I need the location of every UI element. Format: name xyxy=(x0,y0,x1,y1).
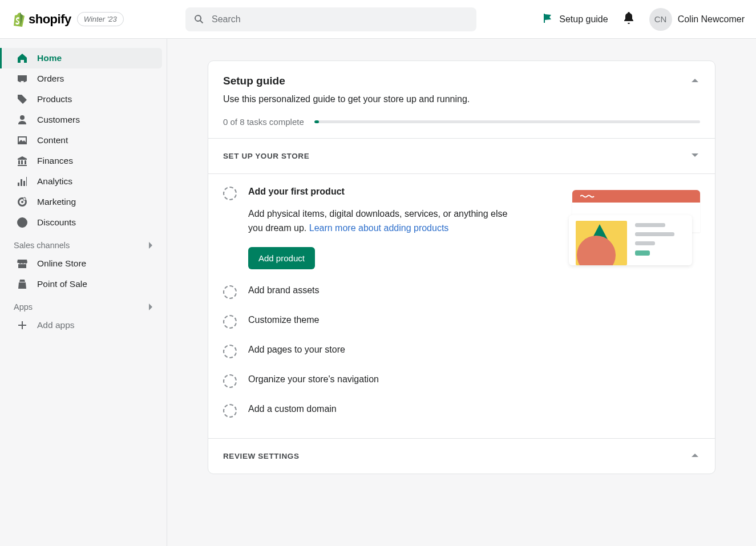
sidebar-item-pos[interactable]: Point of Sale xyxy=(0,274,162,294)
sidebar-section-apps[interactable]: Apps xyxy=(0,294,167,315)
search-placeholder: Search xyxy=(212,14,241,25)
sidebar-item-products[interactable]: Products xyxy=(0,89,162,110)
task-checkbox[interactable] xyxy=(223,404,237,418)
task-title: Add a custom domain xyxy=(248,404,700,414)
chevron-up-icon xyxy=(690,450,700,462)
task-add-brand-assets[interactable]: Add brand assets xyxy=(208,277,715,307)
progress-row: 0 of 8 tasks complete xyxy=(223,117,700,127)
progress-bar xyxy=(314,120,700,123)
progress-fill xyxy=(314,120,319,123)
sidebar-section-sales-channels[interactable]: Sales channels xyxy=(0,233,167,253)
task-description: Add physical items, digital downloads, s… xyxy=(248,207,522,236)
logo-text: shopify xyxy=(29,12,71,27)
task-title: Add brand assets xyxy=(248,285,700,296)
bell-icon xyxy=(623,12,634,25)
task-checkbox[interactable] xyxy=(223,315,237,329)
progress-label: 0 of 8 tasks complete xyxy=(223,117,304,127)
chevron-up-icon xyxy=(690,75,700,86)
task-checkbox[interactable] xyxy=(223,345,237,358)
layout: Home Orders Products Customers Content F… xyxy=(0,39,756,546)
inbox-icon xyxy=(17,73,28,84)
setup-guide-card: Setup guide Use this personalized guide … xyxy=(208,60,715,474)
task-add-first-product[interactable]: Add your first product Add physical item… xyxy=(208,179,715,277)
section-label: Apps xyxy=(14,302,33,312)
logo-area: shopify Winter '23 xyxy=(11,12,185,27)
sidebar-item-label: Products xyxy=(37,94,72,104)
task-list: Add your first product Add physical item… xyxy=(208,173,715,438)
sidebar-item-label: Point of Sale xyxy=(37,279,87,289)
user-name: Colin Newcomer xyxy=(678,14,745,25)
sidebar: Home Orders Products Customers Content F… xyxy=(0,39,167,546)
sidebar-item-label: Customers xyxy=(37,115,80,125)
chevron-right-icon xyxy=(146,241,155,250)
topbar: shopify Winter '23 Search Setup guide CN… xyxy=(0,0,756,39)
section-setup-store[interactable]: SET UP YOUR STORE xyxy=(208,138,715,173)
learn-more-link[interactable]: Learn more about adding products xyxy=(309,223,449,233)
edition-badge: Winter '23 xyxy=(77,12,124,26)
bank-icon xyxy=(17,155,28,167)
card-title: Setup guide xyxy=(223,75,285,87)
sidebar-item-add-apps[interactable]: Add apps xyxy=(0,315,162,335)
sidebar-item-home[interactable]: Home xyxy=(0,48,162,68)
sidebar-item-label: Marketing xyxy=(37,197,76,207)
bars-icon xyxy=(17,176,28,187)
task-checkbox[interactable] xyxy=(223,285,237,299)
search-icon xyxy=(193,14,205,25)
sidebar-item-marketing[interactable]: Marketing xyxy=(0,192,162,212)
notifications-button[interactable] xyxy=(623,12,634,26)
task-customize-theme[interactable]: Customize theme xyxy=(208,307,715,337)
search-input[interactable]: Search xyxy=(185,7,476,31)
section-label: Sales channels xyxy=(14,241,70,250)
task-checkbox[interactable] xyxy=(223,374,237,388)
pos-bag-icon xyxy=(17,278,28,290)
task-custom-domain[interactable]: Add a custom domain xyxy=(208,396,715,426)
shopify-logo[interactable]: shopify xyxy=(11,12,71,27)
task-illustration xyxy=(569,185,700,265)
collapse-card-button[interactable] xyxy=(690,75,700,87)
store-icon xyxy=(17,258,28,269)
add-product-button[interactable]: Add product xyxy=(248,247,315,269)
sidebar-item-label: Home xyxy=(37,53,62,63)
section-label: REVIEW SETTINGS xyxy=(223,452,300,460)
section-review-settings[interactable]: REVIEW SETTINGS xyxy=(208,438,715,474)
main-content: Setup guide Use this personalized guide … xyxy=(167,39,756,546)
flag-icon xyxy=(542,13,553,26)
plus-icon xyxy=(17,319,28,331)
sidebar-item-label: Online Store xyxy=(37,258,86,269)
sidebar-item-customers[interactable]: Customers xyxy=(0,110,162,130)
chevron-right-icon xyxy=(146,302,155,312)
tag-icon xyxy=(17,94,28,105)
target-icon xyxy=(17,196,28,208)
sidebar-item-online-store[interactable]: Online Store xyxy=(0,253,162,274)
home-icon xyxy=(17,52,28,64)
chevron-down-icon xyxy=(690,150,700,162)
setup-guide-link[interactable]: Setup guide xyxy=(542,13,608,26)
user-menu[interactable]: CN Colin Newcomer xyxy=(649,8,745,31)
sidebar-item-finances[interactable]: Finances xyxy=(0,151,162,171)
topbar-right: Setup guide CN Colin Newcomer xyxy=(542,8,745,31)
sidebar-item-content[interactable]: Content xyxy=(0,130,162,151)
section-label: SET UP YOUR STORE xyxy=(223,152,309,160)
search-wrap: Search xyxy=(185,7,476,31)
card-subtitle: Use this personalized guide to get your … xyxy=(223,94,700,104)
task-title: Customize theme xyxy=(248,315,700,325)
sidebar-item-label: Analytics xyxy=(37,176,72,187)
task-title: Add your first product xyxy=(248,187,557,197)
setup-guide-label: Setup guide xyxy=(559,14,608,25)
sidebar-item-label: Orders xyxy=(37,74,64,84)
task-add-pages[interactable]: Add pages to your store xyxy=(208,337,715,366)
sidebar-item-label: Content xyxy=(37,135,68,145)
sidebar-item-label: Finances xyxy=(37,156,73,166)
sidebar-item-label: Add apps xyxy=(37,320,75,330)
task-organize-navigation[interactable]: Organize your store's navigation xyxy=(208,366,715,396)
task-checkbox[interactable] xyxy=(223,187,237,200)
avatar: CN xyxy=(649,8,672,31)
sidebar-item-label: Discounts xyxy=(37,217,76,228)
percent-icon xyxy=(17,217,28,228)
shopify-bag-icon xyxy=(11,12,25,27)
sidebar-item-analytics[interactable]: Analytics xyxy=(0,171,162,192)
task-title: Organize your store's navigation xyxy=(248,374,700,385)
task-title: Add pages to your store xyxy=(248,345,700,355)
sidebar-item-orders[interactable]: Orders xyxy=(0,68,162,89)
sidebar-item-discounts[interactable]: Discounts xyxy=(0,212,162,233)
